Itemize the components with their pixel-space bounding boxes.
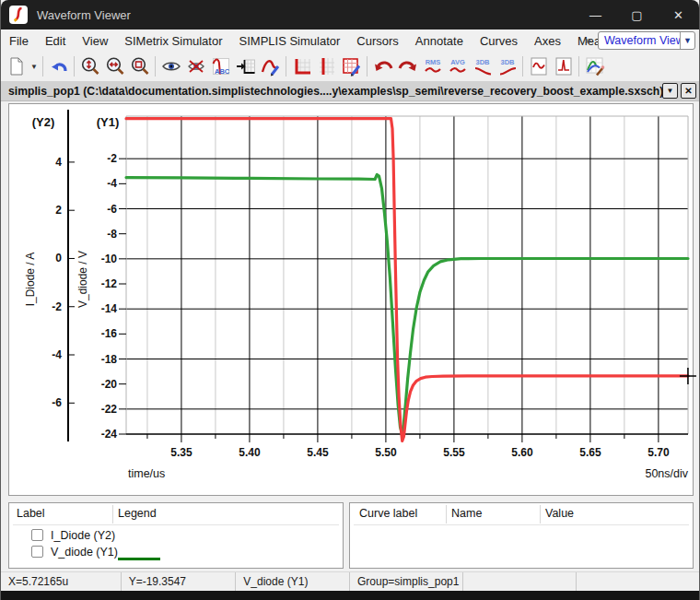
multi-curve-edit-icon: [585, 56, 605, 76]
graph-options-button[interactable]: [582, 54, 607, 79]
menu-item-edit[interactable]: Edit: [37, 29, 74, 52]
y1-axis-name[interactable]: (Y1): [97, 115, 120, 129]
graph-tab[interactable]: simplis_pop1 (C:\data\documentation.simp…: [1, 85, 662, 98]
x-tick-label: 5.50: [375, 446, 397, 459]
eye-icon: [161, 56, 181, 76]
menu-item-annotate[interactable]: Annotate: [407, 29, 472, 52]
minimize-button[interactable]: —: [575, 0, 616, 29]
chart-panel: 5.355.405.455.505.555.605.655.70420-2-4-…: [8, 103, 694, 496]
status-curve-name: V_diode (Y1): [236, 572, 350, 591]
next-curve-button[interactable]: [395, 54, 420, 79]
3db-falling-icon: 3DB: [472, 56, 494, 76]
add-y-axis-button[interactable]: [314, 54, 339, 79]
undo-button[interactable]: [46, 54, 71, 79]
3db-highpass-button[interactable]: 3DB: [495, 54, 519, 79]
legend-column-legend: Legend: [118, 507, 157, 520]
menu-item-axes[interactable]: Axes: [526, 29, 569, 52]
tab-list-dropdown-button[interactable]: ▼: [662, 83, 678, 99]
impulse-page-icon: [554, 56, 574, 76]
add-axis-button[interactable]: [289, 54, 314, 79]
svg-text:RMS: RMS: [425, 58, 440, 66]
window-title: Waveform Viewer: [37, 8, 131, 22]
new-graph-button[interactable]: [4, 54, 29, 79]
show-curve-button[interactable]: [158, 54, 183, 79]
menu-item-curves[interactable]: Curves: [472, 29, 526, 52]
impulse-button[interactable]: [551, 54, 576, 79]
zoom-vertical-icon: [80, 56, 100, 76]
menu-overflow-chevron[interactable]: »: [585, 34, 591, 47]
y1-tick-label: -6: [107, 203, 117, 216]
grid-edit-icon: [342, 56, 362, 76]
y2-tick-label: 4: [55, 156, 62, 169]
legend-panel: Label Legend I_Diode (Y2) V_diode (Y1): [8, 502, 344, 569]
new-graph-dropdown[interactable]: ▼: [29, 54, 40, 79]
title-bar: Waveform Viewer — ▢ ✕: [1, 0, 699, 29]
menu-item-view[interactable]: View: [74, 29, 116, 52]
toolbar: ▼: [1, 52, 699, 81]
y2-tick-label: -4: [52, 348, 62, 361]
move-to-axis-icon: [236, 56, 256, 76]
viewer-select-combo[interactable]: Waveform Viewer ▼: [598, 31, 695, 50]
y1-axis-title: V_diode / V: [76, 251, 89, 308]
x-tick-label: 5.45: [307, 446, 329, 459]
legend-row-vdiode[interactable]: V_diode (Y1): [9, 544, 343, 559]
menu-item-file[interactable]: File: [1, 29, 37, 52]
zoom-x-button[interactable]: [102, 54, 127, 79]
zoom-box-button[interactable]: [127, 54, 152, 79]
vdiode-label: V_diode (Y1): [51, 546, 118, 559]
rms-icon: RMS: [422, 56, 444, 76]
rms-button[interactable]: RMS: [420, 54, 445, 79]
status-spare-1: [463, 572, 578, 591]
maximize-button[interactable]: ▢: [616, 0, 658, 29]
move-curve-axis-button[interactable]: [233, 54, 258, 79]
edit-curve-button[interactable]: [258, 54, 283, 79]
curve-values-panel: Curve label Name Value: [349, 502, 694, 569]
y1-tick-label: -4: [107, 177, 117, 190]
graph-cursor[interactable]: [680, 368, 696, 384]
y1-tick-label: -22: [101, 403, 118, 416]
menu-item-cursors[interactable]: Cursors: [348, 29, 407, 52]
y2-tick-label: 0: [55, 252, 62, 265]
y2-tick-label: 2: [55, 204, 62, 217]
3db-lowpass-button[interactable]: 3DB: [470, 54, 495, 79]
y-axis-icon: [317, 56, 337, 76]
fourier-button[interactable]: [526, 54, 551, 79]
simetrix-logo-icon: [12, 7, 25, 22]
values-column-curve-label: Curve label: [359, 507, 417, 520]
idiode-label: I_Diode (Y2): [51, 529, 115, 542]
annotate-curve-button[interactable]: ABC: [208, 54, 233, 79]
close-button[interactable]: ✕: [658, 0, 699, 29]
y1-tick-label: -16: [101, 327, 118, 340]
status-group: Group=simplis_pop1: [350, 572, 463, 591]
status-bar: X=5.72165u Y=-19.3547 V_diode (Y1) Group…: [1, 571, 699, 591]
x-tick-label: 5.60: [511, 446, 533, 459]
graph-tab-bar: simplis_pop1 (C:\data\documentation.simp…: [1, 81, 699, 101]
menu-item-simetrix-simulator[interactable]: SIMetrix Simulator: [116, 29, 230, 52]
vdiode-checkbox[interactable]: [31, 546, 43, 558]
previous-curve-button[interactable]: [370, 54, 395, 79]
curve-I_Diode[interactable]: [126, 175, 688, 434]
tab-close-button[interactable]: ✕: [681, 83, 696, 99]
svg-text:ABC: ABC: [215, 67, 230, 76]
x-tick-label: 5.40: [239, 446, 261, 459]
x-tick-label: 5.35: [170, 446, 192, 459]
hide-curve-button[interactable]: [183, 54, 208, 79]
status-spare-2: [577, 572, 699, 591]
curve-label-icon: ABC: [211, 56, 231, 76]
y2-axis-name[interactable]: (Y2): [32, 115, 55, 129]
avg-button[interactable]: AVG: [445, 54, 470, 79]
x-scale-label: 50ns/div: [645, 467, 688, 480]
x-tick-label: 5.55: [443, 446, 465, 459]
idiode-checkbox[interactable]: [31, 529, 43, 541]
legend-row-idiode[interactable]: I_Diode (Y2): [9, 527, 343, 543]
menu-item-simplis-simulator[interactable]: SIMPLIS Simulator: [231, 29, 349, 52]
swap-right-icon: [398, 56, 418, 76]
zoom-y-button[interactable]: [77, 54, 102, 79]
y2-tick-label: -6: [52, 396, 62, 409]
chevron-down-icon[interactable]: ▼: [680, 32, 694, 49]
status-y-readout: Y=-19.3547: [122, 572, 237, 591]
waveform-viewer-window: Waveform Viewer — ▢ ✕ File Edit View SIM…: [0, 0, 700, 600]
y1-tick-label: -20: [101, 378, 118, 391]
waveform-chart[interactable]: 5.355.405.455.505.555.605.655.70420-2-4-…: [9, 104, 694, 497]
edit-grid-button[interactable]: [339, 54, 364, 79]
